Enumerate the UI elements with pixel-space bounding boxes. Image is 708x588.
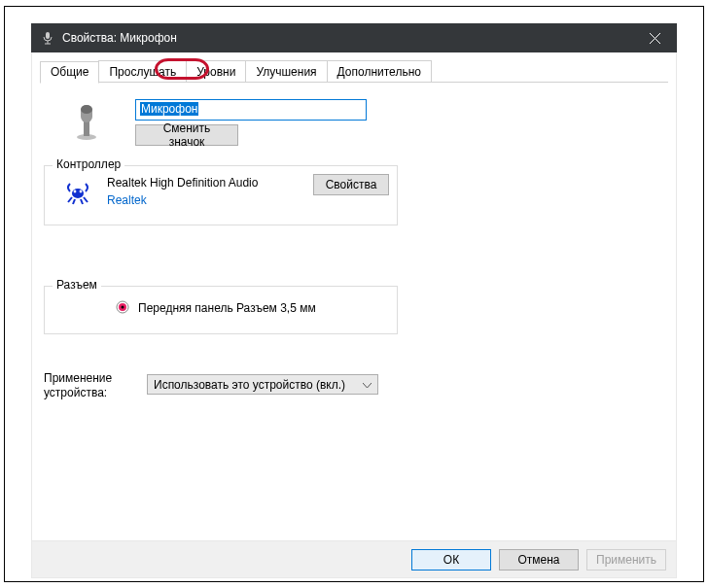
svg-rect-0 (46, 32, 50, 39)
jack-color-icon (116, 300, 129, 314)
svg-point-18 (122, 306, 124, 309)
apply-button[interactable]: Применить (586, 549, 666, 571)
realtek-icon (64, 178, 91, 205)
device-usage-label: Применение устройства: (44, 371, 141, 400)
microphone-icon (41, 31, 54, 45)
change-icon-button[interactable]: Сменить значок (135, 124, 238, 146)
ok-button[interactable]: ОК (411, 549, 491, 571)
tab-advanced[interactable]: Дополнительно (327, 60, 432, 83)
button-label: Применить (596, 553, 656, 567)
svg-point-11 (80, 190, 83, 193)
svg-line-13 (73, 199, 75, 204)
jack-description: Передняя панель Разъем 3,5 мм (138, 301, 316, 315)
dialog-footer: ОК Отмена Применить (31, 541, 677, 578)
button-label: Сменить значок (146, 121, 228, 149)
controller-vendor-link[interactable]: Realtek (107, 193, 147, 207)
device-icon (71, 103, 102, 138)
device-name-value: Микрофон (140, 102, 198, 116)
tab-levels[interactable]: Уровни (186, 60, 246, 83)
tab-label: Уровни (196, 65, 235, 79)
window-title: Свойства: Микрофон (62, 31, 633, 45)
dialog-body: Общие Прослушать Уровни Улучшения Дополн… (31, 52, 677, 541)
chevron-down-icon (363, 378, 372, 392)
tab-panel-general: Микрофон Сменить значок Контроллер (40, 91, 668, 533)
tab-label: Прослушать (109, 65, 176, 79)
svg-rect-8 (81, 105, 92, 114)
tab-label: Общие (51, 65, 88, 79)
svg-point-9 (72, 189, 84, 198)
svg-line-12 (68, 197, 72, 202)
button-label: Свойства (326, 178, 377, 191)
tab-general[interactable]: Общие (40, 61, 99, 84)
tab-label: Дополнительно (337, 65, 421, 79)
button-label: Отмена (517, 553, 559, 567)
svg-line-15 (84, 197, 88, 202)
controller-properties-button[interactable]: Свойства (313, 174, 389, 195)
tab-strip: Общие Прослушать Уровни Улучшения Дополн… (40, 60, 431, 83)
close-icon (650, 33, 660, 44)
controller-groupbox: Контроллер Realtek High Definition A (44, 165, 398, 225)
device-name-input[interactable]: Микрофон (135, 99, 367, 121)
jack-groupbox: Разъем Передняя панель Разъем 3,5 мм (44, 286, 398, 334)
tab-enhancements[interactable]: Улучшения (245, 60, 327, 83)
svg-line-14 (81, 199, 83, 204)
select-value: Использовать это устройство (вкл.) (154, 378, 345, 392)
tab-underline (40, 82, 668, 83)
svg-point-10 (74, 190, 77, 193)
titlebar: Свойства: Микрофон (31, 23, 677, 52)
device-usage-select[interactable]: Использовать это устройство (вкл.) (147, 374, 378, 395)
tab-label: Улучшения (256, 65, 316, 79)
tab-listen[interactable]: Прослушать (98, 60, 187, 83)
jack-legend: Разъем (53, 278, 101, 292)
controller-name: Realtek High Definition Audio (107, 176, 258, 190)
close-button[interactable] (633, 23, 677, 52)
cancel-button[interactable]: Отмена (499, 549, 579, 571)
button-label: ОК (443, 553, 459, 567)
controller-legend: Контроллер (53, 157, 124, 171)
